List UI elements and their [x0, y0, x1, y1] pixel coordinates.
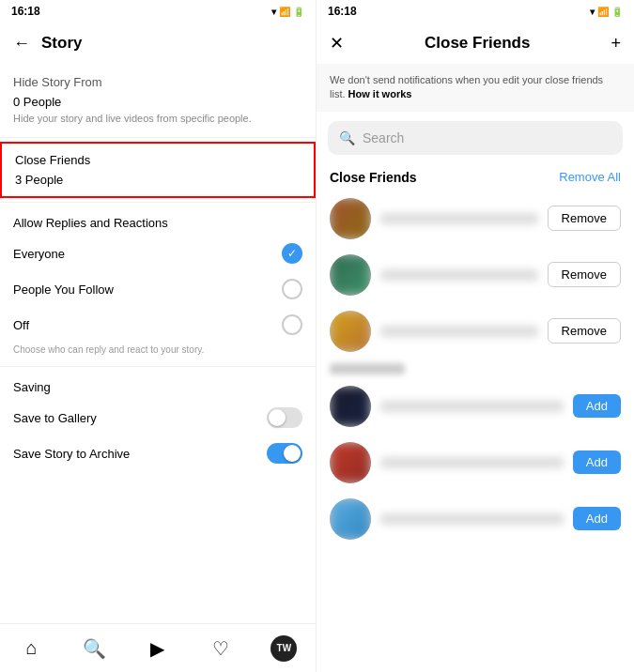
battery-icon: 🔋	[293, 7, 304, 17]
search-nav-icon: 🔍	[83, 637, 106, 660]
right-header: ✕ Close Friends +	[317, 23, 634, 64]
right-wifi-icon: ▾	[590, 7, 595, 17]
avatar-image-4	[330, 386, 371, 427]
reels-icon: ▶	[150, 637, 164, 660]
everyone-row[interactable]: Everyone ✓	[0, 236, 316, 271]
divider-3	[0, 366, 316, 367]
left-status-icons: ▾ 📶 🔋	[271, 7, 304, 17]
hide-story-count: 0 People	[0, 93, 316, 111]
right-panel: 16:18 ▾ 📶 🔋 ✕ Close Friends + We don't s…	[317, 0, 634, 672]
allow-replies-heading: Allow Replies and Reactions	[0, 206, 316, 236]
divider-1	[0, 137, 316, 138]
hide-story-label: Hide Story From	[0, 64, 316, 93]
signal-icon: 📶	[279, 7, 290, 17]
remove-button-1[interactable]: Remove	[548, 206, 621, 231]
avatar-image-2	[330, 254, 371, 296]
save-archive-row[interactable]: Save Story to Archive	[0, 435, 316, 471]
friend-name-3	[380, 326, 538, 337]
people-follow-row[interactable]: People You Follow	[0, 271, 316, 307]
friend-row: Add	[317, 378, 634, 435]
right-time: 16:18	[328, 5, 357, 18]
remove-all-button[interactable]: Remove All	[559, 170, 621, 184]
save-gallery-toggle[interactable]	[267, 407, 302, 428]
wifi-icon: ▾	[271, 7, 276, 17]
friend-row: Remove	[317, 191, 634, 247]
avatar-image-3	[330, 311, 371, 352]
friend-row: Remove	[317, 303, 634, 359]
left-status-bar: 16:18 ▾ 📶 🔋	[0, 0, 316, 23]
saving-heading: Saving	[0, 371, 316, 400]
divider-2	[0, 202, 316, 203]
friend-row: Add	[317, 491, 634, 547]
friend-avatar-1	[330, 198, 371, 239]
left-content: Hide Story From 0 People Hide your story…	[0, 64, 316, 623]
right-status-bar: 16:18 ▾ 📶 🔋	[317, 0, 634, 23]
left-panel: 16:18 ▾ 📶 🔋 ← Story Hide Story From 0 Pe…	[0, 0, 317, 672]
nav-reels[interactable]: ▶	[137, 628, 178, 669]
friend-name-2	[380, 269, 538, 281]
save-archive-toggle[interactable]	[267, 443, 302, 464]
nav-home[interactable]: ⌂	[11, 628, 53, 669]
save-gallery-row[interactable]: Save to Gallery	[0, 400, 316, 435]
friend-name-6	[380, 513, 564, 525]
search-icon: 🔍	[339, 130, 355, 145]
add-button[interactable]: +	[611, 34, 621, 53]
everyone-label: Everyone	[13, 247, 65, 261]
friend-name-4	[380, 401, 564, 412]
hide-story-desc: Hide your story and live videos from spe…	[0, 111, 316, 133]
home-icon: ⌂	[26, 637, 38, 659]
avatar-image-6	[330, 498, 371, 540]
bottom-nav: ⌂ 🔍 ▶ ♡ TW	[0, 623, 316, 672]
nav-heart[interactable]: ♡	[200, 628, 241, 669]
save-gallery-label: Save to Gallery	[13, 411, 97, 425]
close-friends-count: 3 People	[15, 173, 301, 187]
right-signal-icon: 📶	[597, 7, 609, 17]
heart-icon: ♡	[212, 637, 229, 660]
remove-button-3[interactable]: Remove	[548, 318, 621, 344]
off-label: Off	[13, 318, 29, 332]
close-friends-title: Close Friends	[15, 153, 301, 167]
add-button-1[interactable]: Add	[573, 394, 621, 418]
friend-row: Add	[317, 435, 634, 491]
friend-avatar-5	[330, 442, 371, 483]
close-friends-header: Close Friends Remove All	[317, 164, 634, 191]
right-status-icons: ▾ 📶 🔋	[590, 7, 623, 17]
right-page-title: Close Friends	[344, 34, 611, 53]
everyone-check: ✓	[282, 243, 302, 264]
back-button[interactable]: ←	[13, 34, 30, 53]
close-button[interactable]: ✕	[330, 33, 344, 53]
nav-profile[interactable]: TW	[263, 628, 304, 669]
add-button-3[interactable]: Add	[573, 507, 621, 530]
avatar-image-1	[330, 198, 371, 239]
remove-button-2[interactable]: Remove	[548, 262, 621, 287]
friend-avatar-2	[330, 254, 371, 296]
people-follow-label: People You Follow	[13, 283, 114, 297]
profile-avatar: TW	[271, 635, 297, 662]
right-battery-icon: 🔋	[611, 7, 623, 17]
friend-name-5	[380, 457, 564, 468]
save-archive-label: Save Story to Archive	[13, 447, 130, 461]
replies-desc: Choose who can reply and react to your s…	[0, 343, 316, 362]
nav-search[interactable]: 🔍	[74, 628, 116, 669]
info-banner: We don't send notifications when you edi…	[317, 64, 634, 112]
off-radio	[282, 314, 302, 335]
friend-avatar-3	[330, 311, 371, 352]
friend-avatar-4	[330, 386, 371, 427]
avatar-image-5	[330, 442, 371, 483]
friend-row: Remove	[317, 247, 634, 303]
people-follow-radio	[282, 279, 302, 299]
add-button-2[interactable]: Add	[573, 451, 621, 474]
friend-name-1	[380, 213, 538, 224]
off-row[interactable]: Off	[0, 307, 316, 343]
left-time: 16:18	[11, 5, 40, 18]
how-it-works-link[interactable]: How it works	[348, 88, 412, 99]
search-input[interactable]: Search	[363, 130, 404, 145]
friends-list: Remove Remove Remove	[317, 191, 634, 547]
search-bar[interactable]: 🔍 Search	[328, 121, 623, 155]
left-page-title: Story	[41, 34, 302, 53]
left-header: ← Story	[0, 23, 316, 64]
friend-avatar-6	[330, 498, 371, 540]
close-friends-section-label: Close Friends	[330, 170, 417, 185]
close-friends-box[interactable]: Close Friends 3 People	[0, 142, 316, 198]
